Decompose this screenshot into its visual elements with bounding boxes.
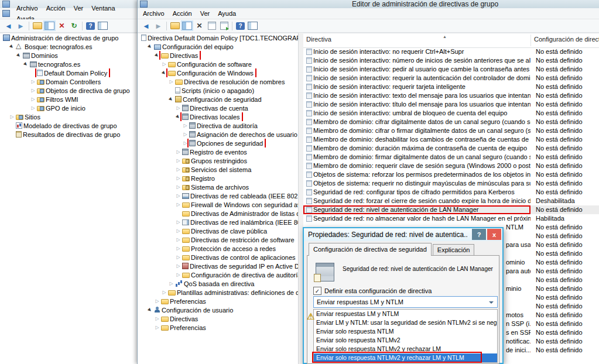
expand-icon[interactable]	[182, 130, 189, 139]
tree-item-objetos-de-directiva-de-grupo[interactable]: Objetos de directiva de grupo	[0, 86, 137, 95]
tree-item-preferencias[interactable]: Preferencias	[138, 297, 298, 305]
tree-item-scripts-inicio-o-apagado[interactable]: Scripts (inicio o apagado)	[138, 86, 298, 95]
tree-item-registro-de-eventos[interactable]: Registro de eventos	[138, 147, 298, 156]
expand-icon[interactable]	[161, 60, 167, 68]
tree-item-configuraci-n-de-seguridad[interactable]: Configuración de seguridad	[138, 95, 298, 104]
policy-row[interactable]: Inicio de sesión interactivo: requerir l…	[303, 74, 599, 83]
tree-item-directivas-de-administrador-de-listas-de[interactable]: Directivas de Administrador de listas de…	[138, 209, 298, 218]
tree-item-sistema-de-archivos[interactable]: Sistema de archivos	[138, 183, 298, 191]
expand-icon[interactable]	[154, 323, 160, 332]
policy-row[interactable]: Miembro de dominio: requerir clave de se…	[303, 162, 599, 170]
expand-icon[interactable]	[175, 226, 182, 235]
collapse-icon[interactable]	[23, 60, 29, 68]
expand-icon[interactable]	[30, 95, 36, 104]
expand-icon[interactable]	[175, 147, 182, 156]
expand-icon[interactable]	[30, 86, 36, 95]
tree-item-firewall-de-windows-con-seguridad-avanza[interactable]: Firewall de Windows con seguridad avanza…	[138, 200, 298, 209]
collapse-icon[interactable]	[9, 42, 15, 51]
tree-item-asignaci-n-de-derechos-de-usuario[interactable]: Asignación de derechos de usuario	[138, 130, 298, 139]
expand-icon[interactable]	[30, 104, 36, 112]
editor-menu-ayuda[interactable]: Ayuda	[214, 8, 240, 19]
expand-icon[interactable]	[168, 279, 174, 288]
tree-item-directivas[interactable]: Directivas	[138, 51, 298, 60]
expand-icon[interactable]	[175, 235, 182, 244]
dialog-close-button[interactable]: x	[487, 229, 501, 240]
policy-row[interactable]: Objetos de sistema: reforzar los permiso…	[303, 170, 599, 179]
new-window-icon[interactable]	[97, 21, 108, 31]
tree-item-tecnografos-es[interactable]: tecnografos.es	[0, 60, 137, 68]
lan-manager-level-combobox[interactable]: Enviar respuestas LM y NTLM	[313, 296, 498, 308]
policy-row[interactable]: Inicio de sesión interactivo: umbral de …	[303, 109, 599, 118]
expand-icon[interactable]	[175, 244, 182, 253]
policy-row[interactable]: Objetos de sistema: requerir no distingu…	[303, 179, 599, 188]
policy-row[interactable]: Seguridad de red: forzar el cierre de se…	[303, 197, 599, 205]
tree-item-filtros-wmi[interactable]: Filtros WMI	[0, 95, 137, 104]
dropdown-option-enviar-solo-respuesta-ntlmv2-y-rechazar-[interactable]: Enviar solo respuesta NTLMv2 y rechazar …	[314, 353, 497, 362]
expand-icon[interactable]	[154, 314, 160, 323]
policy-row[interactable]: Miembro de dominio: cifrar digitalmente …	[303, 118, 599, 126]
up-folder-icon[interactable]	[32, 21, 43, 31]
policy-row[interactable]: Inicio de sesión interactivo: requerir t…	[303, 83, 599, 91]
policy-row[interactable]: Seguridad de red: configurar tipos de ci…	[303, 188, 599, 197]
tree-item-directivas-de-seguridad-ip-en-active-dir[interactable]: Directivas de seguridad IP en Active Dir…	[138, 262, 298, 270]
dropdown-option-enviar-solo-respuesta-ntlmv2-y-rechazar-[interactable]: Enviar solo respuesta NTLMv2 y rechazar …	[314, 345, 497, 353]
expand-icon[interactable]	[182, 121, 189, 130]
policy-row[interactable]: Seguridad de red: no almacenar valor de …	[303, 214, 599, 223]
editor-menu-archivo[interactable]: Archivo	[139, 8, 169, 19]
show-tree-icon[interactable]	[182, 21, 193, 31]
collapse-icon[interactable]	[16, 51, 22, 60]
tree-item-sitios[interactable]: Sitios	[0, 112, 137, 121]
back-icon[interactable]: ◄	[141, 21, 152, 31]
tree-item-configuraci-n-de-windows[interactable]: Configuración de Windows	[138, 68, 298, 77]
chevron-down-icon[interactable]	[489, 301, 494, 304]
show-tree-icon[interactable]	[44, 21, 55, 31]
policy-row[interactable]: Inicio de sesión interactivo: pedir al u…	[303, 65, 599, 74]
collapse-icon[interactable]	[147, 305, 153, 314]
refresh-icon[interactable]: ↻	[69, 21, 80, 31]
policy-row[interactable]: Seguridad de red: nivel de autenticación…	[303, 205, 599, 214]
delete-icon[interactable]: ✕	[194, 21, 205, 31]
expand-icon[interactable]	[175, 262, 182, 270]
tree-item-configuraci-n-de-directiva-de-auditor-a-[interactable]: Configuración de directiva de auditoría …	[138, 270, 298, 279]
policy-row[interactable]: Inicio de sesión interactivo: texto del …	[303, 91, 599, 100]
tree-item-bosque-tecnografos-es[interactable]: Bosque: tecnografos.es	[0, 42, 137, 51]
policy-row[interactable]: Miembro de dominio: cifrar o firmar digi…	[303, 126, 599, 135]
tree-item-protecci-n-de-acceso-a-redes[interactable]: Protección de acceso a redes	[138, 244, 298, 253]
up-folder-icon[interactable]	[169, 21, 180, 31]
dropdown-option-enviar-solo-respuesta-ntlm[interactable]: Enviar solo respuesta NTLM	[314, 327, 497, 336]
dropdown-option-enviar-respuestas-lm-y-ntlm[interactable]: Enviar respuestas LM y NTLM	[314, 310, 497, 318]
expand-icon[interactable]	[161, 288, 167, 297]
expand-icon[interactable]	[175, 165, 182, 174]
policy-row[interactable]: Inicio de sesión interactivo: no requeri…	[303, 47, 599, 56]
expand-icon[interactable]	[175, 183, 182, 191]
editor-menu-ver[interactable]: Ver	[196, 8, 214, 19]
gpmc-menu-ventana[interactable]: Ventana	[87, 3, 119, 13]
tree-item-resultados-de-directivas-de-grupo[interactable]: Resultados de directivas de grupo	[0, 130, 137, 139]
tree-item-qos-basada-en-directiva[interactable]: QoS basada en directiva	[138, 279, 298, 288]
tree-item-directivas-de-restricci-n-de-software[interactable]: Directivas de restricción de software	[138, 235, 298, 244]
collapse-icon[interactable]	[147, 42, 153, 51]
dropdown-option-enviar-solo-respuesta-ntlmv2[interactable]: Enviar solo respuesta NTLMv2	[314, 336, 497, 345]
dialog-titlebar[interactable]: Propiedades: Seguridad de red: nivel de …	[304, 228, 502, 241]
tree-item-directivas-de-red-cableada-ieee-802-3[interactable]: Directivas de red cableada (IEEE 802.3)	[138, 191, 298, 200]
expand-icon[interactable]	[175, 156, 182, 165]
gpmc-menu-acci-n[interactable]: Acción	[42, 3, 70, 13]
expand-icon[interactable]	[154, 297, 160, 305]
tab-configuracion-de-directiva[interactable]: Configuración de directiva de seguridad	[309, 243, 432, 256]
tab-explicacion[interactable]: Explicación	[433, 244, 475, 255]
gpmc-menu-archivo[interactable]: Archivo	[12, 3, 42, 13]
policy-row[interactable]: Miembro de dominio: firmar digitalmente …	[303, 153, 599, 162]
expand-icon[interactable]	[30, 77, 36, 86]
help-icon[interactable]: ?	[85, 21, 96, 31]
back-icon[interactable]: ◄	[3, 21, 14, 31]
gpmc-menu-ver[interactable]: Ver	[70, 3, 88, 13]
new-window-icon[interactable]	[247, 21, 258, 31]
tree-item-domain-controllers[interactable]: Domain Controllers	[0, 77, 137, 86]
collapse-icon[interactable]	[154, 51, 160, 60]
expand-icon[interactable]	[182, 139, 189, 147]
properties-icon[interactable]	[206, 21, 217, 31]
tree-item-directivas-de-cuenta[interactable]: Directivas de cuenta	[138, 104, 298, 112]
tree-item-plantillas-administrativas-definiciones-[interactable]: Plantillas administrativas: definiciones…	[138, 288, 298, 297]
tree-item-preferencias[interactable]: Preferencias	[138, 323, 298, 332]
policy-row[interactable]: Inicio de sesión interactivo: título del…	[303, 100, 599, 109]
